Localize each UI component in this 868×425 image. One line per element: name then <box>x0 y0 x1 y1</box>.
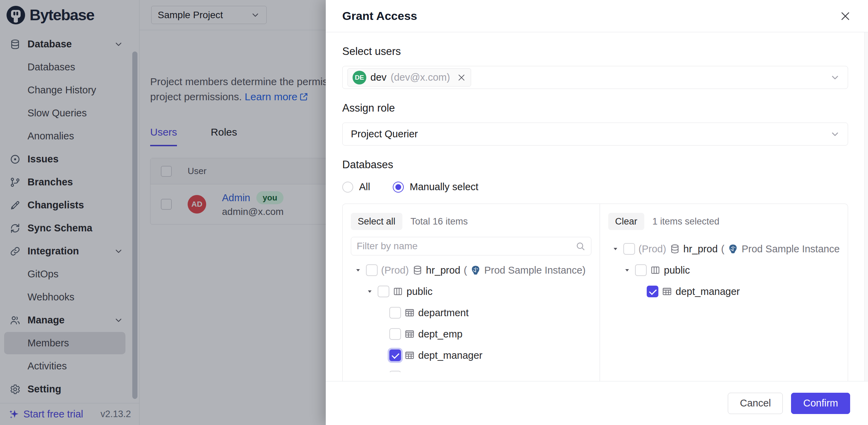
checkbox-unchecked[interactable] <box>389 307 401 319</box>
avatar: DE <box>353 71 366 84</box>
tree-node-dept-manager[interactable]: dept_manager <box>608 281 839 302</box>
cancel-button[interactable]: Cancel <box>728 393 783 414</box>
drawer-body: Select users DE dev (dev@x.com) Assign r… <box>326 32 868 381</box>
chevron-down-icon <box>830 72 840 83</box>
checkbox-checked[interactable] <box>647 286 658 297</box>
filter-by-name-input[interactable] <box>357 241 572 252</box>
instance-name: Prod Sample Instance) <box>484 265 586 276</box>
select-users-label: Select users <box>342 45 848 58</box>
database-name: hr_prod <box>426 265 460 276</box>
drawer-scrollbar-track[interactable] <box>864 32 868 381</box>
schema-name: public <box>407 286 433 297</box>
drawer-footer: Cancel Confirm <box>326 381 868 425</box>
table-name: dept_manager <box>418 350 482 361</box>
tree-node-department[interactable]: department <box>351 302 591 323</box>
table-name: dept_manager <box>676 286 740 297</box>
selected-user-chip: DE dev (dev@x.com) <box>347 68 471 87</box>
table-name: dept_emp <box>418 329 463 340</box>
clear-button[interactable]: Clear <box>608 213 644 230</box>
transfer-target-pane: Clear 1 items selected (Prod) hr_prod ( <box>600 204 848 381</box>
tree-node-public[interactable]: public <box>351 281 591 302</box>
checkbox-unchecked[interactable] <box>366 264 378 276</box>
database-icon <box>412 265 423 275</box>
caret-down-icon[interactable] <box>623 267 632 273</box>
instance-open-paren: ( <box>464 265 467 276</box>
caret-down-icon[interactable] <box>354 267 363 273</box>
radio-button[interactable] <box>342 182 353 193</box>
assign-role-value: Project Querier <box>347 128 418 140</box>
chip-user-email: (dev@x.com) <box>391 72 450 83</box>
remove-chip-icon[interactable] <box>457 73 466 82</box>
table-name: department <box>418 307 469 319</box>
databases-label: Databases <box>342 159 848 171</box>
selected-count-label: 1 items selected <box>653 216 720 227</box>
schema-name: public <box>664 265 690 276</box>
postgresql-icon <box>470 265 481 275</box>
table-icon <box>662 286 672 297</box>
table-icon <box>404 308 415 318</box>
database-scope-radio-group: All Manually select <box>342 181 848 193</box>
table-icon <box>404 350 415 360</box>
postgresql-icon <box>728 244 738 254</box>
drawer-header: Grant Access <box>326 0 868 32</box>
checkbox-checked[interactable] <box>389 349 401 361</box>
total-items-label: Total 16 items <box>411 216 468 227</box>
filter-input-wrapper <box>351 237 591 255</box>
chip-user-name: dev <box>370 72 387 83</box>
table-name: employee <box>418 371 461 372</box>
tree-node-dept-manager[interactable]: dept_manager <box>351 345 591 366</box>
checkbox-unchecked[interactable] <box>623 243 635 255</box>
search-icon <box>575 241 586 251</box>
table-icon <box>404 329 415 339</box>
tree-node-hr-prod[interactable]: (Prod) hr_prod ( Prod Sample Instance) <box>351 260 591 281</box>
checkbox-unchecked[interactable] <box>378 286 389 297</box>
select-all-button[interactable]: Select all <box>351 213 402 230</box>
checkbox-unchecked[interactable] <box>389 328 401 340</box>
bytebase-app: Bytebase Database Databases Change Histo… <box>0 0 868 425</box>
assign-role-select[interactable]: Project Querier <box>342 123 848 146</box>
transfer-source-pane: Select all Total 16 items (Prod) <box>343 204 600 381</box>
caret-down-icon[interactable] <box>611 246 620 252</box>
instance-name: Prod Sample Instance) <box>742 243 839 255</box>
database-name: hr_prod <box>683 243 718 255</box>
tree-node-public[interactable]: public <box>608 260 839 281</box>
checkbox-unchecked[interactable] <box>635 264 647 276</box>
select-users-input[interactable]: DE dev (dev@x.com) <box>342 66 848 89</box>
table-icon <box>404 371 415 372</box>
environment-prefix: (Prod) <box>638 243 666 255</box>
environment-prefix: (Prod) <box>381 265 409 276</box>
chevron-down-icon <box>830 129 840 139</box>
schema-icon <box>650 265 660 275</box>
instance-open-paren: ( <box>721 243 725 255</box>
database-icon <box>670 244 680 254</box>
schema-icon <box>393 286 403 297</box>
caret-down-icon[interactable] <box>365 288 374 295</box>
assign-role-label: Assign role <box>342 102 848 114</box>
radio-manually-select[interactable]: Manually select <box>393 181 478 193</box>
tree-node-hr-prod[interactable]: (Prod) hr_prod ( Prod Sample Instance) <box>608 238 839 260</box>
tree-node-dept-emp[interactable]: dept_emp <box>351 323 591 345</box>
database-transfer-picker: Select all Total 16 items (Prod) <box>342 204 848 381</box>
radio-all[interactable]: All <box>342 181 370 193</box>
radio-button-selected[interactable] <box>393 182 404 193</box>
target-tree: (Prod) hr_prod ( Prod Sample Instance) p… <box>608 238 839 302</box>
drawer-title: Grant Access <box>342 9 417 23</box>
tree-node-employee[interactable]: employee <box>351 366 591 372</box>
confirm-button[interactable]: Confirm <box>791 393 850 414</box>
checkbox-unchecked[interactable] <box>389 371 401 372</box>
close-icon[interactable] <box>838 9 853 24</box>
source-tree: (Prod) hr_prod ( Prod Sample Instance) p… <box>351 260 591 372</box>
grant-access-drawer: Grant Access Select users DE dev (dev@x.… <box>326 0 868 425</box>
